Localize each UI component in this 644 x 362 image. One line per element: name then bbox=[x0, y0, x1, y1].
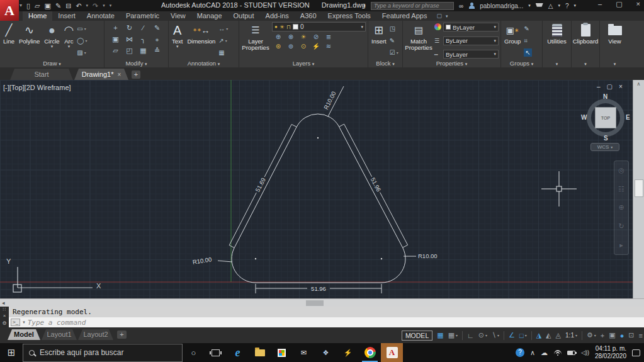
linetype-dropdown[interactable]: ByLayer ▾ bbox=[443, 50, 499, 59]
clipboard-button[interactable]: Clipboard bbox=[572, 22, 600, 59]
dim-right-radius[interactable]: R10.00 bbox=[418, 252, 438, 259]
undo-caret-icon[interactable]: ▾ bbox=[86, 1, 89, 11]
ortho-toggle[interactable]: ∟ bbox=[467, 332, 474, 339]
new-file-icon[interactable]: ▯ bbox=[26, 1, 30, 11]
command-drag-handle[interactable]: ∷ bbox=[0, 307, 9, 312]
panel-label-clipboard[interactable]: ▾ bbox=[572, 59, 599, 67]
edit-attributes-button[interactable]: ✎ bbox=[390, 37, 398, 45]
ungroup-button[interactable]: ⌗ bbox=[524, 37, 531, 45]
layer-tool-icon[interactable]: ⊗ bbox=[288, 33, 293, 40]
annotation-scale-value[interactable]: 1:1 bbox=[565, 332, 574, 339]
tab-output[interactable]: Output bbox=[228, 11, 260, 21]
table-button[interactable]: ▦ bbox=[218, 48, 228, 57]
workspace-caret-icon[interactable]: ▾ bbox=[594, 333, 596, 337]
nav-wheel-icon[interactable]: ◎ bbox=[618, 166, 624, 174]
grid-display-toggle[interactable]: ▦ bbox=[437, 331, 443, 339]
onedrive-cloud-icon[interactable]: ☁ bbox=[541, 349, 548, 357]
mail-button[interactable]: ✉ bbox=[293, 343, 315, 362]
help-tray-icon[interactable]: ? bbox=[516, 348, 524, 357]
volume-icon[interactable]: ◁)) bbox=[581, 349, 589, 356]
utilities-button[interactable]: Utilities bbox=[546, 22, 568, 59]
panel-label-layers[interactable]: Layers ▾ bbox=[239, 59, 368, 67]
undo-icon[interactable]: ↶ bbox=[76, 1, 81, 11]
polyline-button[interactable]: ∿ Polyline bbox=[18, 22, 41, 59]
object-snap-tracking-toggle[interactable]: ∠ bbox=[509, 331, 515, 339]
file-explorer-button[interactable] bbox=[249, 343, 271, 362]
ribbon-display-caret-icon[interactable]: ▾ bbox=[446, 11, 448, 21]
tab-express-tools[interactable]: Express Tools bbox=[322, 11, 376, 21]
tab-a360[interactable]: A360 bbox=[295, 11, 322, 21]
rectangle-button[interactable]: ▭▾ bbox=[77, 25, 87, 33]
circle-button[interactable]: ● Circle ▾ bbox=[43, 22, 60, 59]
taskbar-search[interactable] bbox=[23, 344, 183, 362]
help-icon[interactable]: ? bbox=[565, 3, 569, 9]
workspace-gear-icon[interactable]: ⚙ bbox=[587, 331, 593, 339]
annotation-monitor-icon[interactable]: + bbox=[601, 332, 604, 339]
dim-right-side[interactable]: 51.96 bbox=[370, 176, 383, 193]
text-button[interactable]: A Text ▾ bbox=[171, 22, 184, 59]
search-collapse-icon[interactable]: ▸ bbox=[364, 3, 366, 8]
layer-tool-icon[interactable]: ⊛ bbox=[276, 43, 281, 50]
panel-label-properties[interactable]: Properties ▾ bbox=[403, 59, 500, 67]
explode-icon[interactable]: ⁎ bbox=[155, 35, 159, 43]
drawing-canvas[interactable]: [-][Top][2D Wireframe] – ▢ × R10.00 51.6… bbox=[0, 80, 633, 298]
edge-button[interactable]: e bbox=[227, 343, 249, 362]
panel-label-view[interactable]: ▾ bbox=[600, 59, 630, 67]
tab-featured-apps[interactable]: Featured Apps bbox=[376, 11, 433, 21]
ellipse-button[interactable]: ◯▾ bbox=[77, 37, 87, 45]
scroll-up-icon[interactable]: ∧ bbox=[633, 81, 644, 87]
redo-caret-icon[interactable]: ▾ bbox=[103, 1, 105, 11]
rounded-triangle-outline[interactable] bbox=[232, 114, 405, 283]
user-avatar-icon[interactable] bbox=[468, 3, 475, 9]
layer-tool-icon[interactable]: ⊘ bbox=[314, 33, 319, 40]
nav-pan-icon[interactable]: ☷ bbox=[618, 185, 624, 193]
dropbox-button[interactable]: ❖ bbox=[315, 343, 337, 362]
dim-top-radius[interactable]: R10.00 bbox=[322, 90, 337, 110]
wifi-icon[interactable] bbox=[553, 349, 562, 356]
layer-select-dropdown[interactable]: ● ☀ ⊓ 0 ▾ bbox=[272, 22, 366, 31]
qat-menu-icon[interactable]: ▾ bbox=[110, 1, 112, 11]
command-input[interactable] bbox=[28, 319, 644, 327]
command-prompt-icon[interactable]: >_ bbox=[11, 319, 20, 326]
horizontal-scroll-thumb[interactable] bbox=[306, 300, 324, 306]
application-menu-button[interactable]: A bbox=[0, 0, 19, 21]
open-file-icon[interactable]: ▱ bbox=[35, 1, 40, 11]
snap-caret-icon[interactable]: ▾ bbox=[456, 333, 458, 337]
annotation-scale-icon[interactable]: ◬ bbox=[556, 331, 561, 339]
command-input-row[interactable]: >_ ▾ bbox=[9, 317, 644, 327]
isodraft-toggle[interactable]: ∖ bbox=[492, 331, 496, 339]
signed-in-user[interactable]: pablomadriga... bbox=[480, 3, 523, 9]
group-edit-button[interactable]: ✎ bbox=[524, 25, 531, 33]
leader-button[interactable]: ↗▾ bbox=[218, 37, 228, 45]
save-icon[interactable]: ▣ bbox=[45, 1, 51, 11]
clean-screen-icon[interactable]: ⊡ bbox=[628, 331, 634, 339]
tab-parametric[interactable]: Parametric bbox=[120, 11, 165, 21]
block-attributes-button[interactable]: ☑▾ bbox=[390, 48, 398, 57]
a360-icon[interactable]: △ bbox=[548, 3, 553, 9]
move-icon[interactable]: + bbox=[113, 24, 117, 31]
viewcube-top-face[interactable]: TOP bbox=[595, 107, 616, 128]
tab-annotate[interactable]: Annotate bbox=[81, 11, 120, 21]
scale-icon[interactable]: ◰ bbox=[126, 47, 132, 55]
layer-tool-icon[interactable]: ⚡ bbox=[312, 43, 320, 50]
trim-icon[interactable]: ∕ bbox=[143, 24, 144, 31]
save-as-icon[interactable]: ✎ bbox=[55, 1, 61, 11]
close-button[interactable]: × bbox=[636, 0, 640, 8]
chrome-button[interactable] bbox=[359, 343, 381, 362]
hatch-button[interactable]: ▨▾ bbox=[77, 48, 87, 57]
autocad-taskbar-button[interactable]: A bbox=[381, 343, 403, 362]
rotate-icon[interactable]: ↻ bbox=[127, 24, 132, 32]
layer-tool-icon[interactable]: ≣ bbox=[326, 33, 331, 40]
help-search-input[interactable] bbox=[371, 2, 454, 10]
match-properties-button[interactable]: ▤ Match Properties bbox=[405, 22, 432, 59]
offset-icon[interactable]: ≙ bbox=[154, 47, 160, 55]
layout-tab-model[interactable]: Model bbox=[8, 329, 40, 340]
layer-tool-icon[interactable]: ⊕ bbox=[276, 33, 281, 40]
polar-tracking-toggle[interactable]: ⊙ bbox=[478, 331, 484, 339]
customization-menu-icon[interactable]: ≡ bbox=[639, 332, 643, 339]
minimize-button[interactable]: – bbox=[598, 0, 602, 8]
restore-button[interactable]: ▢ bbox=[616, 0, 622, 8]
vertical-scroll-thumb[interactable] bbox=[635, 179, 643, 197]
tab-insert[interactable]: Insert bbox=[52, 11, 81, 21]
annotation-visibility-toggle[interactable]: ◮ bbox=[536, 331, 541, 339]
